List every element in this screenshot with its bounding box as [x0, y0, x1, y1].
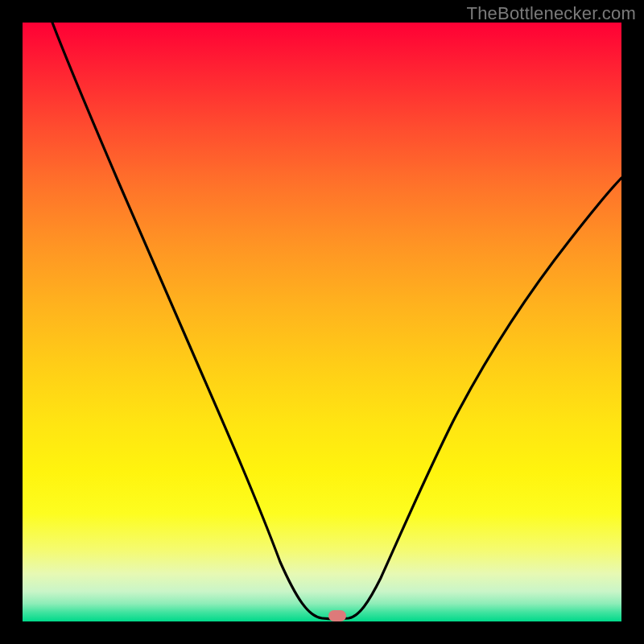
chart-container: TheBottlenecker.com	[0, 0, 644, 644]
curve-svg	[23, 23, 621, 621]
optimal-point-marker	[328, 610, 346, 621]
bottleneck-curve	[52, 23, 621, 619]
watermark-text: TheBottlenecker.com	[467, 3, 636, 24]
plot-area	[23, 23, 621, 621]
